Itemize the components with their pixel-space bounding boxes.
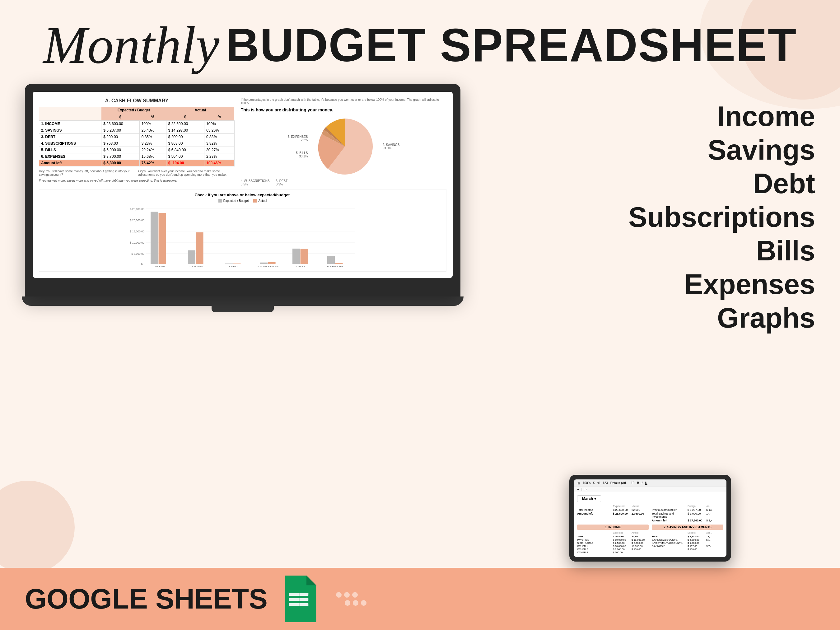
income-paychek-exp: $ 10,000.00 xyxy=(613,538,630,542)
laptop-stand xyxy=(212,306,274,312)
income-total-act: 22,600 xyxy=(632,535,649,538)
amount-left-right-row: Amount left $ 17,363.00 $ 8,- xyxy=(652,519,723,522)
bar-label-debt: 3. DEBT xyxy=(228,265,238,267)
feature-graphs: Graphs xyxy=(628,301,815,335)
y-label-20000: $ 20,000.00 xyxy=(130,219,145,222)
savings-4-budget: $ 100.00 xyxy=(688,548,705,551)
bar-savings-act xyxy=(196,232,204,264)
pie-bottom-labels: 4. SUBSCRIPTIONS3.5% 3. DEBT0.9% xyxy=(241,179,447,186)
bar-label-income: 1. INCOME xyxy=(152,265,165,267)
bar-label-expenses: 6. EXPENSES xyxy=(327,265,343,267)
y-label-25000: $ 25,000.00 xyxy=(130,207,145,211)
amount-left-row: Amount left $ 5,800.00 75.42% $ -104.00 … xyxy=(39,160,235,166)
table-row: 2. SAVINGS $ 6,237.00 26.43% $ 14,297.00… xyxy=(39,127,235,134)
subs-exp-pct: 3.23% xyxy=(139,140,166,147)
amount-left-label: Amount left xyxy=(39,160,101,166)
y-label-15000: $ 15,000.00 xyxy=(130,230,145,233)
total-savings-row: Total Savings and Investments $ 1,000.00… xyxy=(652,512,723,518)
income-side-act: $ 2,500.00 xyxy=(632,542,649,545)
cf-col-actual: Actual xyxy=(166,107,234,114)
amount-left-tablet-exp: $ 23,600.00 xyxy=(613,512,630,515)
tablet-sections-grid: 1. INCOME Expected Actual Total 23,600.0… xyxy=(577,524,723,554)
income-other1-exp: $ 10,000.00 xyxy=(613,545,630,548)
income-total-exp: 23,600.00 xyxy=(613,535,630,538)
table-row: 5. BILLS $ 6,900.00 29.24% $ 6,840.00 30… xyxy=(39,147,235,153)
income-exp-val: $ 23,600.00 xyxy=(101,121,139,127)
pie-overlay xyxy=(345,118,373,147)
subs-act-val: $ 863.00 xyxy=(166,140,204,147)
tablet-body: 🖨 100% $ % 123 Default (Ari... 10 B I U … xyxy=(569,475,731,562)
feature-subscriptions: Subscriptions xyxy=(628,201,815,234)
cf-col-empty xyxy=(39,107,101,114)
note-positive: Hey! You still have some money left, how… xyxy=(39,169,135,177)
feature-savings: Savings xyxy=(628,133,815,167)
toolbar-123: 123 xyxy=(603,481,608,485)
google-sheets-icon xyxy=(280,576,317,622)
amount-left-tablet-row: Amount left $ 23,600.00 22,600.00 xyxy=(577,512,649,515)
legend-label-expected: Expected / Budget xyxy=(223,199,249,202)
pie-label-bills: 5. BILLS30.1% xyxy=(287,151,308,158)
tablet-mockup: 🖨 100% $ % 123 Default (Ari... 10 B I U … xyxy=(569,475,731,562)
savings-3-label: SAVINGS 2 xyxy=(652,545,686,548)
row-label-bills: 5. BILLS xyxy=(39,147,101,153)
row-label-debt: 3. DEBT xyxy=(39,134,101,140)
savings-total-row: Total $ 6,237.00 14,- xyxy=(652,535,723,538)
debt-act-pct: 0.88% xyxy=(204,134,235,140)
income-other2-label: OTHER 2 xyxy=(577,548,611,551)
pie-label-savings-right: 2. SAVINGS63.0% xyxy=(382,143,399,150)
bar-subs-exp xyxy=(260,262,268,264)
google-sheets-label: GOOGLE SHEETS xyxy=(25,583,268,615)
pie-label-subs-bottom: 4. SUBSCRIPTIONS3.5% xyxy=(241,179,270,186)
laptop-screen: A. CASH FLOW SUMMARY Expected / Budget A… xyxy=(33,92,453,278)
summary-headers: Expected Actual xyxy=(577,505,649,508)
cell-ref: A xyxy=(577,488,579,491)
income-row-other1: OTHER 1 $ 10,000.00 10,000.00 xyxy=(577,545,649,548)
laptop-body: A. CASH FLOW SUMMARY Expected / Budget A… xyxy=(25,84,461,297)
sr-budget: Budget xyxy=(688,505,705,508)
formula-bar-fx: fx xyxy=(584,488,587,491)
expenses-act-val: $ 504.00 xyxy=(166,153,204,160)
toolbar-italic-icon: I xyxy=(641,481,643,485)
total-income-label: Total Income xyxy=(577,508,611,512)
summary-right: Budget Ac... Previous amount left $ 6,23… xyxy=(652,505,723,522)
month-label: March xyxy=(582,497,593,501)
income-other1-act: 10,000.00 xyxy=(632,545,649,548)
savings-3-budget: $ 137.00 xyxy=(688,545,705,548)
pie-note: If the percentages in the graph don't ma… xyxy=(241,98,447,105)
header: Monthly BUDGET SPREADSHEET xyxy=(0,0,840,78)
income-section: 1. INCOME Expected Actual Total 23,600.0… xyxy=(577,524,649,554)
savings-2-act xyxy=(706,542,723,545)
dot-6 xyxy=(361,600,366,606)
header-monthly: Monthly xyxy=(43,19,219,71)
summary-header-empty xyxy=(577,505,610,508)
toolbar-zoom: 100% xyxy=(583,481,591,485)
bar-chart-legend: Expected / Budget Actual xyxy=(42,199,443,202)
pie-title: This is how you are distributing your mo… xyxy=(241,107,447,112)
bills-act-pct: 30.27% xyxy=(204,147,235,153)
bar-subs-act xyxy=(268,262,276,264)
income-paychek-act: $ 10,000.00 xyxy=(632,538,649,542)
cf-sub-dollar-act: $ xyxy=(166,114,204,121)
table-row: 4. SUBSCRIPTIONS $ 763.00 3.23% $ 863.00… xyxy=(39,140,235,147)
bar-savings-exp xyxy=(188,251,195,264)
income-row-side: SIDE HUSTLE $ 2,500.00 $ 2,500.00 xyxy=(577,542,649,545)
row-label-subs: 4. SUBSCRIPTIONS xyxy=(39,140,101,147)
savings-act-val: $ 14,297.00 xyxy=(166,127,204,134)
legend-label-actual: Actual xyxy=(258,199,267,202)
sc-budget: Budget xyxy=(688,531,705,534)
savings-exp-pct: 26.43% xyxy=(139,127,166,134)
cash-flow-left: A. CASH FLOW SUMMARY Expected / Budget A… xyxy=(39,98,235,186)
pie-chart-svg xyxy=(314,115,376,178)
ic-expected: Expected xyxy=(613,531,630,534)
dot-2 xyxy=(344,592,350,598)
bar-debt-exp xyxy=(225,264,233,264)
month-dropdown[interactable]: March ▾ xyxy=(577,495,601,502)
expenses-act-pct: 2.23% xyxy=(204,153,235,160)
bar-chart-title: Check if you are above or below expected… xyxy=(42,193,443,197)
savings-2-label: INVESTMENT ACCOUNT 1 xyxy=(652,542,686,545)
y-label-10000: $ 10,000.00 xyxy=(130,241,145,244)
sr-empty xyxy=(652,505,686,508)
sr-act: Ac... xyxy=(706,505,723,508)
subs-exp-val: $ 763.00 xyxy=(101,140,139,147)
savings-1-budget: $ 5,000.00 xyxy=(688,538,705,542)
